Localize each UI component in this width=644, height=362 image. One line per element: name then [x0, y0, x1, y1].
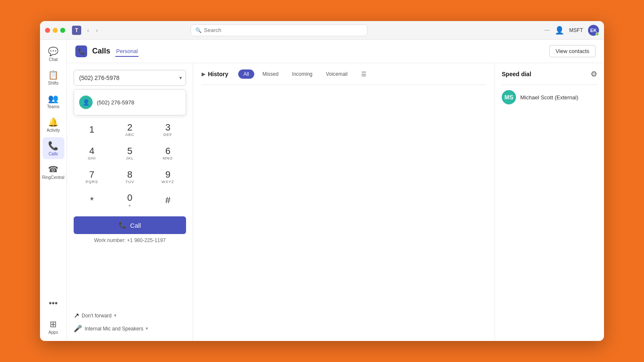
contact-avatar: MS: [502, 90, 516, 104]
dial-key-6[interactable]: 6 MNO: [150, 142, 186, 164]
mic-row[interactable]: 🎤 Internal Mic and Speakers ▾: [74, 323, 186, 334]
status-dot: [596, 32, 599, 36]
dial-key-0[interactable]: 0 +: [112, 189, 148, 211]
history-header: ▶ History All Missed Incoming Voicemail …: [202, 63, 486, 85]
speed-dial-header: Speed dial ⚙: [502, 63, 597, 85]
sort-icon[interactable]: ☰: [361, 71, 367, 77]
work-number-text: Work number: +1 980-225-1197: [94, 237, 165, 243]
dial-key-3[interactable]: 3 DEF: [150, 119, 186, 141]
filter-pills: All Missed Incoming Voicemail: [238, 69, 352, 79]
titlebar: T ‹ › 🔍 ··· 👤 MSFT EK: [40, 21, 604, 40]
sidebar-item-chat[interactable]: 💬 Chat: [43, 43, 64, 65]
speed-dial-panel: Speed dial ⚙ MS Michael Scott (External): [495, 63, 604, 341]
titlebar-right: ··· 👤 MSFT EK: [544, 25, 599, 36]
call-button-label: Call: [130, 222, 141, 229]
sidebar-item-label: Calls: [48, 152, 58, 156]
dial-key-1[interactable]: 1: [74, 119, 110, 141]
msft-label: MSFT: [569, 27, 583, 33]
forward-icon: ↗: [74, 311, 79, 319]
nav-buttons: ‹ ›: [85, 25, 100, 35]
filter-incoming[interactable]: Incoming: [287, 69, 318, 79]
shifts-icon: 📋: [48, 70, 59, 80]
filter-missed[interactable]: Missed: [258, 69, 284, 79]
suggestion-item[interactable]: 👤 (502) 276-5978: [74, 92, 186, 112]
dial-key-4[interactable]: 4 GHI: [74, 142, 110, 164]
call-button-icon: 📞: [119, 221, 127, 229]
search-icon: 🔍: [195, 27, 202, 33]
call-button[interactable]: 📞 Call: [74, 216, 186, 234]
search-input[interactable]: [204, 27, 363, 33]
activity-icon: 🔔: [48, 117, 59, 127]
phone-input[interactable]: [74, 70, 186, 86]
sidebar-item-label: Activity: [47, 128, 60, 133]
dialpad-panel: ▾ 👤 (502) 276-5978: [67, 63, 193, 341]
sidebar-item-activity[interactable]: 🔔 Activity: [43, 114, 64, 136]
calls-icon: 📞: [48, 141, 59, 151]
history-toggle[interactable]: ▶ History: [202, 71, 228, 77]
content-area: 📞 Calls Personal View contacts ▾: [67, 40, 604, 341]
suggestion-dropdown: 👤 (502) 276-5978: [74, 89, 186, 115]
main-layout: 💬 Chat 📋 Shifts 👥 Teams 🔔 Activity 📞 Cal…: [40, 40, 604, 341]
teams-logo: T: [72, 26, 81, 35]
user-icon[interactable]: 👤: [555, 26, 564, 35]
sidebar-item-ringcentral[interactable]: ☎ RingCentral: [43, 161, 64, 183]
suggestion-name: (502) 276-5978: [97, 99, 134, 106]
speed-dial-title: Speed dial: [502, 71, 531, 77]
split-content: ▾ 👤 (502) 276-5978: [67, 63, 604, 341]
sidebar-item-label: Teams: [47, 104, 59, 109]
sidebar-item-label: RingCentral: [42, 175, 64, 180]
suggestion-avatar: 👤: [79, 96, 93, 109]
dont-forward-row[interactable]: ↗ Don't forward ▾: [74, 310, 186, 321]
sidebar-item-teams[interactable]: 👥 Teams: [43, 90, 64, 112]
contact-name: Michael Scott (External): [520, 94, 578, 101]
filter-voicemail[interactable]: Voicemail: [321, 69, 352, 79]
tab-personal[interactable]: Personal: [115, 46, 138, 57]
bottom-settings: ↗ Don't forward ▾ 🎤 Internal Mic and Spe…: [74, 310, 186, 334]
manage-speed-dial-icon[interactable]: ⚙: [591, 69, 597, 79]
sidebar: 💬 Chat 📋 Shifts 👥 Teams 🔔 Activity 📞 Cal…: [40, 40, 67, 341]
suggestion-avatar-icon: 👤: [82, 99, 90, 106]
more-icon: •••: [49, 298, 58, 308]
dropdown-arrow-icon[interactable]: ▾: [179, 75, 182, 81]
calls-header-icon: 📞: [75, 45, 87, 57]
sidebar-item-calls[interactable]: 📞 Calls: [43, 137, 64, 159]
view-contacts-button[interactable]: View contacts: [549, 45, 596, 57]
dial-key-star[interactable]: *: [74, 189, 110, 211]
traffic-lights: [45, 28, 65, 33]
dial-key-5[interactable]: 5 JKL: [112, 142, 148, 164]
teams-icon: 👥: [48, 93, 59, 104]
phone-input-wrapper: ▾: [74, 70, 186, 86]
dont-forward-label: Don't forward: [82, 313, 112, 319]
ringcentral-icon: ☎: [48, 164, 59, 174]
avatar[interactable]: EK: [588, 25, 599, 36]
app-window: T ‹ › 🔍 ··· 👤 MSFT EK 💬 Chat: [40, 21, 604, 341]
speed-dial-contact[interactable]: MS Michael Scott (External): [502, 85, 597, 109]
dial-key-8[interactable]: 8 TUV: [112, 166, 148, 188]
apps-icon: ⊞: [50, 319, 57, 329]
forward-dropdown-icon: ▾: [114, 313, 117, 318]
history-expand-icon: ▶: [202, 71, 205, 77]
more-options-button[interactable]: ···: [544, 27, 550, 34]
sidebar-item-more[interactable]: •••: [43, 292, 64, 314]
dial-key-hash[interactable]: #: [150, 189, 186, 211]
mic-device-label: Internal Mic and Speakers: [85, 326, 143, 332]
dialpad-grid: 1 2 ABC 3 DEF 4 GHI: [74, 119, 186, 211]
sidebar-item-label: Chat: [49, 57, 58, 62]
minimize-button[interactable]: [53, 28, 58, 33]
filter-all[interactable]: All: [238, 69, 254, 79]
sidebar-item-shifts[interactable]: 📋 Shifts: [43, 67, 64, 88]
mic-icon: 🎤: [74, 325, 82, 333]
back-button[interactable]: ‹: [85, 25, 92, 35]
sidebar-item-apps[interactable]: ⊞ Apps: [43, 316, 64, 338]
page-header: 📞 Calls Personal View contacts: [67, 40, 604, 63]
search-bar[interactable]: 🔍: [191, 24, 367, 36]
dial-key-9[interactable]: 9 WXYZ: [150, 166, 186, 188]
dial-key-7[interactable]: 7 PQRS: [74, 166, 110, 188]
chat-icon: 💬: [48, 46, 59, 56]
page-title: Calls: [92, 47, 110, 56]
sidebar-item-label: Apps: [48, 330, 58, 335]
close-button[interactable]: [45, 28, 50, 33]
dial-key-2[interactable]: 2 ABC: [112, 119, 148, 141]
fullscreen-button[interactable]: [60, 28, 65, 33]
forward-button[interactable]: ›: [93, 25, 101, 35]
